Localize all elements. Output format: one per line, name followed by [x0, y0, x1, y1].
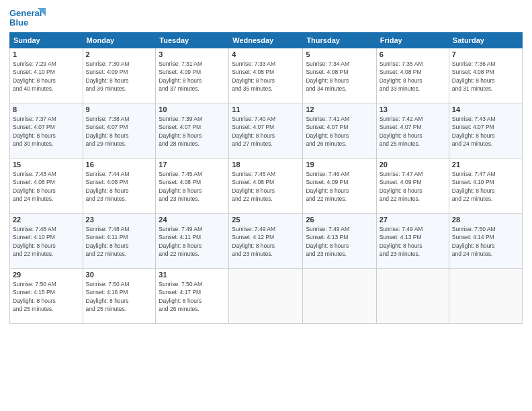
day-info: Sunrise: 7:50 AM Sunset: 4:14 PM Dayligh… [452, 225, 519, 258]
day-info: Sunrise: 7:29 AM Sunset: 4:10 PM Dayligh… [13, 60, 80, 93]
day-info: Sunrise: 7:45 AM Sunset: 4:08 PM Dayligh… [159, 170, 226, 203]
day-info: Sunrise: 7:49 AM Sunset: 4:13 PM Dayligh… [380, 225, 446, 258]
day-number: 26 [306, 216, 373, 224]
day-number: 8 [13, 105, 80, 113]
day-number: 1 [13, 50, 80, 58]
svg-text:Blue: Blue [9, 17, 28, 28]
day-info: Sunrise: 7:36 AM Sunset: 4:08 PM Dayligh… [452, 60, 519, 93]
calendar-header-friday: Friday [376, 33, 449, 48]
calendar-cell: 18Sunrise: 7:45 AM Sunset: 4:08 PM Dayli… [229, 158, 303, 214]
day-info: Sunrise: 7:33 AM Sunset: 4:08 PM Dayligh… [232, 60, 300, 93]
calendar-cell: 7Sunrise: 7:36 AM Sunset: 4:08 PM Daylig… [449, 48, 522, 103]
day-info: Sunrise: 7:47 AM Sunset: 4:10 PM Dayligh… [452, 170, 519, 203]
calendar-header-sunday: Sunday [10, 33, 83, 48]
calendar-cell: 6Sunrise: 7:35 AM Sunset: 4:08 PM Daylig… [376, 48, 449, 103]
calendar-cell: 22Sunrise: 7:48 AM Sunset: 4:10 PM Dayli… [10, 214, 83, 269]
calendar-cell: 10Sunrise: 7:39 AM Sunset: 4:07 PM Dayli… [156, 103, 229, 158]
logo: GeneralBlue [9, 7, 50, 28]
calendar-cell: 9Sunrise: 7:38 AM Sunset: 4:07 PM Daylig… [83, 103, 156, 158]
calendar-cell: 21Sunrise: 7:47 AM Sunset: 4:10 PM Dayli… [449, 158, 522, 214]
calendar-cell: 1Sunrise: 7:29 AM Sunset: 4:10 PM Daylig… [10, 48, 83, 103]
calendar-cell: 25Sunrise: 7:49 AM Sunset: 4:12 PM Dayli… [229, 214, 303, 269]
calendar-week-row: 8Sunrise: 7:37 AM Sunset: 4:07 PM Daylig… [10, 103, 523, 158]
day-info: Sunrise: 7:43 AM Sunset: 4:07 PM Dayligh… [452, 115, 519, 148]
day-number: 10 [159, 105, 226, 113]
day-number: 2 [86, 50, 153, 58]
day-info: Sunrise: 7:30 AM Sunset: 4:09 PM Dayligh… [86, 60, 153, 93]
calendar-cell: 16Sunrise: 7:44 AM Sunset: 4:08 PM Dayli… [83, 158, 156, 214]
calendar-cell: 5Sunrise: 7:34 AM Sunset: 4:08 PM Daylig… [303, 48, 376, 103]
day-info: Sunrise: 7:40 AM Sunset: 4:07 PM Dayligh… [232, 115, 300, 148]
day-info: Sunrise: 7:49 AM Sunset: 4:11 PM Dayligh… [159, 225, 226, 258]
calendar-week-row: 22Sunrise: 7:48 AM Sunset: 4:10 PM Dayli… [10, 214, 523, 269]
calendar-cell: 28Sunrise: 7:50 AM Sunset: 4:14 PM Dayli… [449, 214, 522, 269]
calendar-cell: 29Sunrise: 7:50 AM Sunset: 4:15 PM Dayli… [10, 269, 83, 324]
day-number: 19 [306, 161, 373, 169]
calendar-cell: 3Sunrise: 7:31 AM Sunset: 4:09 PM Daylig… [156, 48, 229, 103]
day-number: 14 [452, 105, 519, 113]
calendar-cell: 17Sunrise: 7:45 AM Sunset: 4:08 PM Dayli… [156, 158, 229, 214]
calendar-cell [303, 269, 376, 324]
day-number: 27 [380, 216, 446, 224]
day-number: 5 [306, 50, 373, 58]
day-info: Sunrise: 7:31 AM Sunset: 4:09 PM Dayligh… [159, 60, 226, 93]
day-number: 28 [452, 216, 519, 224]
logo-svg: GeneralBlue [9, 7, 50, 28]
calendar-cell: 26Sunrise: 7:49 AM Sunset: 4:13 PM Dayli… [303, 214, 376, 269]
day-number: 29 [13, 271, 80, 279]
day-info: Sunrise: 7:48 AM Sunset: 4:10 PM Dayligh… [13, 225, 80, 258]
day-number: 11 [232, 105, 300, 113]
calendar-cell: 27Sunrise: 7:49 AM Sunset: 4:13 PM Dayli… [376, 214, 449, 269]
calendar-cell: 15Sunrise: 7:43 AM Sunset: 4:08 PM Dayli… [10, 158, 83, 214]
calendar-header-monday: Monday [83, 33, 156, 48]
day-number: 17 [159, 161, 226, 169]
day-number: 12 [306, 105, 373, 113]
calendar-cell: 30Sunrise: 7:50 AM Sunset: 4:16 PM Dayli… [83, 269, 156, 324]
day-number: 18 [232, 161, 300, 169]
day-info: Sunrise: 7:44 AM Sunset: 4:08 PM Dayligh… [86, 170, 153, 203]
day-info: Sunrise: 7:48 AM Sunset: 4:11 PM Dayligh… [86, 225, 153, 258]
calendar-week-row: 15Sunrise: 7:43 AM Sunset: 4:08 PM Dayli… [10, 158, 523, 214]
calendar-header-wednesday: Wednesday [229, 33, 303, 48]
day-info: Sunrise: 7:50 AM Sunset: 4:15 PM Dayligh… [13, 280, 80, 313]
day-info: Sunrise: 7:41 AM Sunset: 4:07 PM Dayligh… [306, 115, 373, 148]
day-info: Sunrise: 7:38 AM Sunset: 4:07 PM Dayligh… [86, 115, 153, 148]
day-number: 22 [13, 216, 80, 224]
day-info: Sunrise: 7:42 AM Sunset: 4:07 PM Dayligh… [380, 115, 446, 148]
day-info: Sunrise: 7:43 AM Sunset: 4:08 PM Dayligh… [13, 170, 80, 203]
day-number: 21 [452, 161, 519, 169]
calendar-header-thursday: Thursday [303, 33, 376, 48]
day-info: Sunrise: 7:50 AM Sunset: 4:17 PM Dayligh… [159, 280, 226, 313]
calendar-cell: 4Sunrise: 7:33 AM Sunset: 4:08 PM Daylig… [229, 48, 303, 103]
calendar-cell [229, 269, 303, 324]
calendar-cell: 12Sunrise: 7:41 AM Sunset: 4:07 PM Dayli… [303, 103, 376, 158]
svg-text:General: General [9, 8, 42, 18]
calendar-header-row: SundayMondayTuesdayWednesdayThursdayFrid… [10, 33, 523, 48]
calendar-cell: 20Sunrise: 7:47 AM Sunset: 4:09 PM Dayli… [376, 158, 449, 214]
day-info: Sunrise: 7:49 AM Sunset: 4:13 PM Dayligh… [306, 225, 373, 258]
calendar-week-row: 29Sunrise: 7:50 AM Sunset: 4:15 PM Dayli… [10, 269, 523, 324]
calendar-cell: 2Sunrise: 7:30 AM Sunset: 4:09 PM Daylig… [83, 48, 156, 103]
calendar-cell: 31Sunrise: 7:50 AM Sunset: 4:17 PM Dayli… [156, 269, 229, 324]
day-info: Sunrise: 7:37 AM Sunset: 4:07 PM Dayligh… [13, 115, 80, 148]
day-number: 13 [380, 105, 446, 113]
calendar-cell [449, 269, 522, 324]
calendar-cell: 11Sunrise: 7:40 AM Sunset: 4:07 PM Dayli… [229, 103, 303, 158]
day-number: 25 [232, 216, 300, 224]
calendar-header-saturday: Saturday [449, 33, 522, 48]
calendar-table: SundayMondayTuesdayWednesdayThursdayFrid… [9, 32, 523, 324]
day-number: 30 [86, 271, 153, 279]
day-info: Sunrise: 7:39 AM Sunset: 4:07 PM Dayligh… [159, 115, 226, 148]
calendar-cell: 24Sunrise: 7:49 AM Sunset: 4:11 PM Dayli… [156, 214, 229, 269]
day-number: 24 [159, 216, 226, 224]
calendar-cell: 13Sunrise: 7:42 AM Sunset: 4:07 PM Dayli… [376, 103, 449, 158]
day-number: 9 [86, 105, 153, 113]
day-info: Sunrise: 7:46 AM Sunset: 4:09 PM Dayligh… [306, 170, 373, 203]
day-number: 6 [380, 50, 446, 58]
day-info: Sunrise: 7:35 AM Sunset: 4:08 PM Dayligh… [380, 60, 446, 93]
day-number: 3 [159, 50, 226, 58]
day-number: 4 [232, 50, 300, 58]
calendar-cell: 23Sunrise: 7:48 AM Sunset: 4:11 PM Dayli… [83, 214, 156, 269]
day-number: 7 [452, 50, 519, 58]
day-info: Sunrise: 7:34 AM Sunset: 4:08 PM Dayligh… [306, 60, 373, 93]
